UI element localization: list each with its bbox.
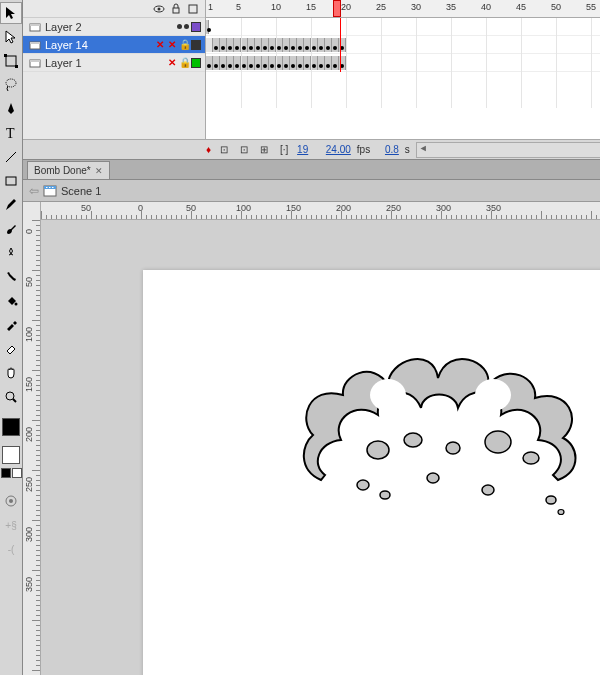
svg-point-29 (367, 441, 389, 459)
svg-point-36 (427, 473, 439, 483)
svg-point-7 (15, 303, 18, 306)
line-tool[interactable] (0, 146, 22, 168)
document-title: Bomb Done* (34, 165, 91, 176)
ruler-label: 50 (24, 277, 34, 287)
center-frame-icon[interactable]: [·] (277, 143, 291, 157)
free-transform-tool[interactable] (0, 50, 22, 72)
frame-number: 10 (271, 2, 281, 12)
svg-rect-26 (52, 187, 54, 188)
paint-bucket-tool[interactable] (0, 290, 22, 312)
swap-colors-icon[interactable] (12, 468, 22, 478)
lock-column-icon[interactable] (170, 3, 182, 15)
subselection-tool[interactable] (0, 26, 22, 48)
hand-tool[interactable] (0, 362, 22, 384)
ruler-label: 100 (24, 327, 34, 342)
frame-number: 55 (586, 2, 596, 12)
frames-area[interactable]: 1 5 10 15 20 25 30 35 40 45 50 55 60 (206, 0, 600, 139)
document-tab-bar: Bomb Done* ✕ (23, 160, 600, 180)
rectangle-tool[interactable] (0, 170, 22, 192)
zoom-tool[interactable] (0, 386, 22, 408)
layer-color-chip[interactable] (191, 58, 201, 68)
frame-rate[interactable]: 24.00 (326, 144, 351, 155)
svg-point-38 (546, 496, 556, 504)
brush-tool[interactable] (0, 218, 22, 240)
outline-column-icon[interactable] (187, 3, 199, 15)
frame-row[interactable] (206, 36, 600, 54)
svg-rect-15 (189, 5, 197, 13)
horizontal-ruler[interactable]: 50 0 50 100 150 200 250 300 350 (41, 202, 600, 220)
ruler-label: 0 (24, 229, 34, 234)
option-3[interactable]: -( (0, 538, 22, 560)
layer-row[interactable]: Layer 1 ✕ 🔒 (23, 54, 205, 72)
current-frame[interactable]: 19 (297, 144, 308, 155)
elapsed-time[interactable]: 0.8 (385, 144, 399, 155)
svg-point-34 (357, 480, 369, 490)
visibility-dot[interactable] (177, 24, 182, 29)
text-tool[interactable]: T (0, 122, 22, 144)
pasteboard[interactable] (41, 220, 600, 675)
layer-name: Layer 14 (45, 39, 151, 51)
lock-dot[interactable] (184, 24, 189, 29)
frame-number: 25 (376, 2, 386, 12)
frame-row[interactable] (206, 18, 600, 36)
eyedropper-tool[interactable] (0, 314, 22, 336)
lock-icon[interactable]: 🔒 (179, 39, 189, 50)
frame-number: 45 (516, 2, 526, 12)
tools-panel: T +§ -( (0, 0, 23, 675)
lock-icon[interactable]: 🔒 (179, 57, 189, 68)
layer-icon (29, 21, 41, 33)
stroke-color-swatch[interactable] (2, 418, 20, 436)
frame-number: 5 (236, 2, 241, 12)
deco-tool[interactable] (0, 242, 22, 264)
frame-number: 30 (411, 2, 421, 12)
pencil-tool[interactable] (0, 194, 22, 216)
vertical-ruler[interactable]: 0 50 100 150 200 250 300 350 (23, 202, 41, 675)
layer-color-chip[interactable] (191, 22, 201, 32)
layer-row[interactable]: Layer 14 ✕ ✕ 🔒 (23, 36, 205, 54)
snap-option[interactable] (0, 490, 22, 512)
back-icon[interactable]: ⇦ (29, 184, 39, 198)
eraser-tool[interactable] (0, 338, 22, 360)
fps-label: fps (357, 144, 370, 155)
hidden-icon[interactable]: ✕ (167, 57, 177, 68)
edit-multiple-icon[interactable]: ⊞ (257, 143, 271, 157)
svg-rect-24 (46, 187, 48, 188)
stage-area: 0 50 100 150 200 250 300 350 50 0 50 100… (23, 202, 600, 675)
close-tab-icon[interactable]: ✕ (95, 166, 103, 176)
hidden-icon[interactable]: ✕ (155, 39, 165, 50)
svg-point-13 (158, 7, 161, 10)
visibility-column-icon[interactable] (153, 3, 165, 15)
stage-canvas[interactable] (143, 270, 600, 675)
selection-tool[interactable] (0, 2, 22, 24)
onion-skin-outlines-icon[interactable]: ⊡ (237, 143, 251, 157)
timeline-scrollbar[interactable] (416, 142, 600, 158)
svg-point-3 (6, 79, 16, 87)
fill-color-swatch[interactable] (2, 446, 20, 464)
svg-point-32 (485, 431, 511, 453)
scene-name[interactable]: Scene 1 (61, 185, 101, 197)
document-tab[interactable]: Bomb Done* ✕ (27, 161, 110, 179)
hidden2-icon[interactable]: ✕ (167, 39, 177, 50)
layer-row[interactable]: Layer 2 (23, 18, 205, 36)
layer-icon (29, 39, 41, 51)
svg-point-8 (6, 392, 14, 400)
svg-point-11 (9, 499, 13, 503)
frame-ruler[interactable]: 1 5 10 15 20 25 30 35 40 45 50 55 60 (206, 0, 600, 18)
onion-skin-icon[interactable]: ⊡ (217, 143, 231, 157)
ruler-label: 300 (436, 203, 451, 213)
playhead[interactable] (333, 0, 341, 17)
option-2[interactable]: +§ (0, 514, 22, 536)
bone-tool[interactable] (0, 266, 22, 288)
ruler-label: 100 (236, 203, 251, 213)
frame-number: 35 (446, 2, 456, 12)
svg-rect-6 (6, 177, 16, 185)
default-colors-icon[interactable] (1, 468, 11, 478)
svg-point-27 (370, 379, 406, 411)
frame-number: 20 (341, 2, 351, 12)
pen-tool[interactable] (0, 98, 22, 120)
frame-row[interactable] (206, 54, 600, 72)
layer-color-chip[interactable] (191, 40, 201, 50)
lasso-tool[interactable] (0, 74, 22, 96)
ruler-label: 150 (24, 377, 34, 392)
svg-rect-19 (30, 42, 40, 44)
